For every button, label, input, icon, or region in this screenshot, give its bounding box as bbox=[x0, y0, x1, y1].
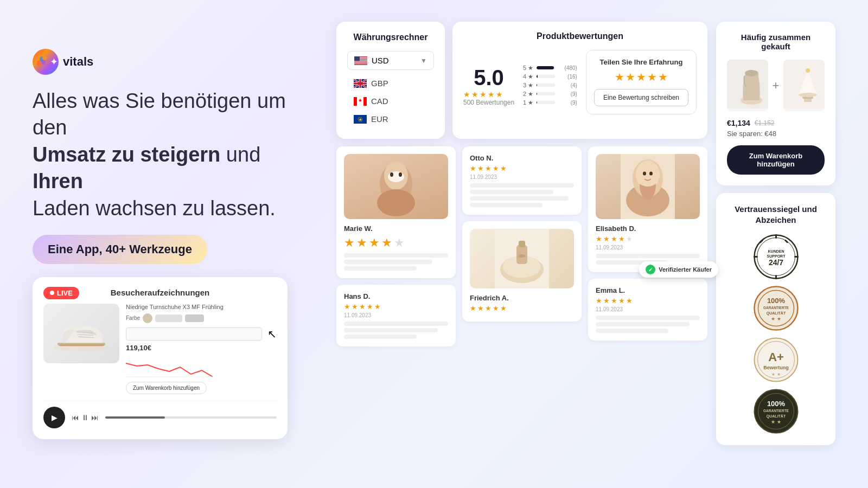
review-stars-friedrich: ★★★★★ bbox=[470, 304, 574, 312]
add-cart-btn-small[interactable]: Zum Warenkorb hinzufügen bbox=[126, 382, 207, 394]
svg-point-58 bbox=[806, 68, 810, 73]
review-stars-elisabeth: ★★★★★ bbox=[596, 235, 700, 243]
hero-text: Alles was Sie benötigen um den Umsatz zu… bbox=[33, 88, 315, 222]
svg-text:★: ★ bbox=[359, 118, 362, 121]
bundle-original-price: €1,152 bbox=[755, 119, 775, 127]
review-stars-marie: ★★★★★ bbox=[344, 236, 448, 250]
left-section: vitals Alles was Sie benötigen um den Um… bbox=[33, 49, 315, 439]
svg-rect-43 bbox=[519, 241, 525, 247]
currency-option-gbp[interactable]: GBP bbox=[347, 74, 434, 92]
price-graph bbox=[126, 355, 213, 380]
review-card-friedrich: Friedrich A. ★★★★★ bbox=[462, 221, 582, 322]
color-swatch bbox=[143, 313, 152, 323]
svg-text:A+: A+ bbox=[768, 350, 784, 364]
reviews-score: 5.0 bbox=[463, 66, 514, 90]
review-stars-otto: ★★★★★ bbox=[470, 164, 574, 172]
svg-text:QUALITÄT: QUALITÄT bbox=[766, 311, 786, 316]
logo-area: vitals bbox=[33, 49, 315, 75]
bundle-product-2 bbox=[783, 60, 825, 111]
svg-rect-17 bbox=[354, 56, 360, 61]
reviewer-name-otto: Otto N. bbox=[470, 154, 574, 162]
review-card-otto: Otto N. ★★★★★ 11.09.2023 bbox=[462, 146, 582, 215]
cursor-icon: ↖ bbox=[267, 328, 277, 341]
rating-bars: 5 ★(480) 4 ★(16) 3 ★(4) 2 ★(9) 1 ★(9) bbox=[523, 65, 577, 108]
currency-widget: Währungsrechner bbox=[336, 22, 445, 139]
review-card-hans: Hans D. ★★★★★ 11.09.2023 bbox=[336, 285, 456, 346]
svg-rect-66 bbox=[784, 239, 788, 243]
size-dropdown[interactable] bbox=[126, 328, 262, 341]
svg-point-37 bbox=[390, 172, 393, 177]
reviewer-name-emma: Emma L. bbox=[596, 286, 700, 294]
svg-text:100%: 100% bbox=[767, 400, 785, 408]
price-text: 119,10€ bbox=[126, 344, 277, 352]
flag-cad bbox=[354, 97, 367, 106]
svg-text:24/7: 24/7 bbox=[768, 258, 783, 267]
chevron-icon: ▼ bbox=[420, 57, 427, 65]
bundle-save: Sie sparen: €48 bbox=[727, 130, 825, 138]
bundle-images: + bbox=[727, 60, 825, 111]
svg-point-48 bbox=[636, 160, 660, 189]
review-date-elisabeth: 11.09.2023 bbox=[596, 245, 700, 251]
play-button[interactable]: ▶ bbox=[43, 407, 65, 428]
right-section: Währungsrechner bbox=[336, 22, 835, 466]
live-dot bbox=[50, 291, 54, 295]
svg-text:★ ★: ★ ★ bbox=[771, 316, 781, 322]
svg-text:SUPPORT: SUPPORT bbox=[767, 254, 786, 258]
add-bundle-button[interactable]: Zum Warenkorb hinzufügen bbox=[727, 145, 825, 175]
currency-option-cad[interactable]: CAD bbox=[347, 92, 434, 110]
svg-rect-27 bbox=[354, 97, 357, 106]
progress-fill bbox=[105, 416, 165, 419]
trust-badge-2: 100% GARANTIERTE QUALITÄT ★ ★ bbox=[727, 285, 825, 331]
visitor-widget: LIVE Besucheraufzeichnungen bbox=[33, 277, 288, 439]
svg-rect-61 bbox=[775, 234, 777, 239]
review-image-friedrich bbox=[470, 229, 574, 288]
write-review-button[interactable]: Eine Bewertung schreiben bbox=[594, 89, 688, 106]
reviewer-name-friedrich: Friedrich A. bbox=[470, 294, 574, 302]
svg-point-38 bbox=[399, 172, 402, 177]
currency-widget-title: Währungsrechner bbox=[347, 33, 434, 42]
reviewer-name-marie: Marie W. bbox=[344, 224, 448, 233]
stars-row: ★★★★★ bbox=[463, 90, 514, 99]
trust-badge-1: KUNDEN SUPPORT 24/7 bbox=[727, 234, 825, 280]
svg-point-44 bbox=[518, 254, 526, 258]
currency-option-eur[interactable]: ★ EUR bbox=[347, 110, 434, 128]
svg-text:★ ★: ★ ★ bbox=[771, 372, 780, 377]
reviews-widget-title: Produktbewertungen bbox=[463, 31, 697, 41]
svg-text:★ ★: ★ ★ bbox=[771, 419, 781, 425]
bundle-price: €1,134 bbox=[727, 119, 750, 127]
review-stars-hans: ★★★★★ bbox=[344, 303, 448, 311]
svg-rect-29 bbox=[357, 97, 363, 106]
color-swatch-gray bbox=[155, 314, 182, 322]
review-card-elisabeth: Elisabeth D. ★★★★★ 11.09.2023 ✓ Verifi bbox=[588, 146, 707, 272]
svg-text:GARANTIERTE: GARANTIERTE bbox=[763, 306, 789, 310]
verified-check-icon: ✓ bbox=[646, 265, 655, 274]
player-controls[interactable]: ⏮ ⏸ ⏭ bbox=[72, 413, 99, 422]
review-image-elisabeth bbox=[596, 154, 700, 219]
svg-rect-62 bbox=[775, 275, 777, 279]
currency-select-usd[interactable]: USD ▼ bbox=[347, 51, 434, 70]
share-section: Teilen Sie Ihre Erfahrung ★★★★★ Eine Bew… bbox=[586, 50, 697, 114]
flag-gbp bbox=[354, 79, 367, 88]
color-swatch-dark bbox=[185, 314, 204, 322]
reviews-summary-widget: Produktbewertungen 5.0 ★★★★★ 500 Bewertu… bbox=[452, 22, 707, 139]
review-stars-emma: ★★★★★ bbox=[596, 297, 700, 305]
player-bar: ▶ ⏮ ⏸ ⏭ bbox=[43, 401, 277, 428]
shoe-image bbox=[43, 304, 119, 363]
review-card-emma: Emma L. ★★★★★ 11.09.2023 bbox=[588, 279, 707, 341]
svg-rect-63 bbox=[754, 256, 758, 258]
share-stars: ★★★★★ bbox=[594, 70, 688, 84]
svg-point-4 bbox=[42, 56, 47, 60]
svg-rect-14 bbox=[354, 61, 367, 61]
product-info: Niedrige Turnschuhe X3 MF Frühling Farbe… bbox=[126, 304, 277, 394]
svg-point-53 bbox=[745, 70, 758, 76]
flag-eur: ★ bbox=[354, 115, 367, 124]
review-image-marie bbox=[344, 154, 448, 219]
svg-point-50 bbox=[649, 172, 653, 176]
progress-bar[interactable] bbox=[105, 416, 277, 419]
svg-point-49 bbox=[643, 172, 646, 176]
svg-text:GARANTIERTE: GARANTIERTE bbox=[763, 409, 789, 413]
vitals-logo-icon bbox=[33, 49, 59, 75]
svg-point-36 bbox=[388, 171, 404, 182]
bundle-widget: Häufig zusammen gekauft + bbox=[716, 22, 835, 185]
reviewer-name-elisabeth: Elisabeth D. bbox=[596, 224, 700, 233]
